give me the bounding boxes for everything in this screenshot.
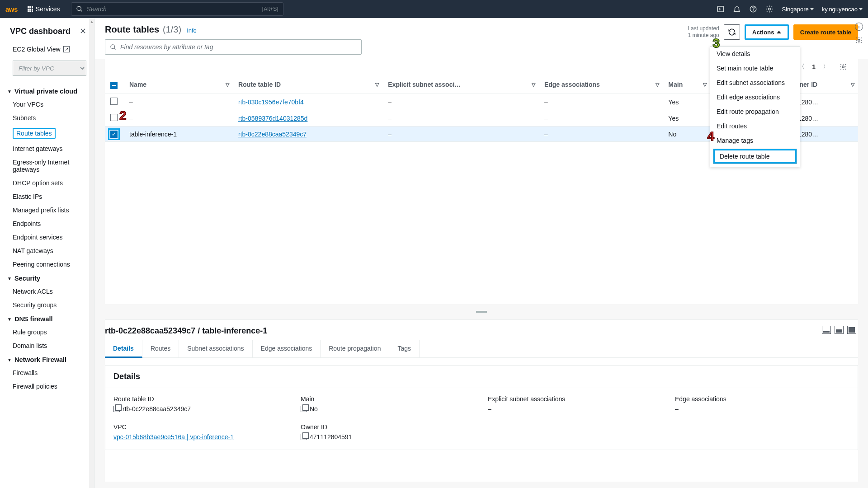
sidebar-title: VPC dashboard: [10, 27, 71, 36]
search-icon: [76, 5, 83, 13]
sidebar-item[interactable]: Endpoints: [0, 217, 94, 230]
help-icon[interactable]: [749, 5, 757, 13]
copy-icon[interactable]: [301, 434, 307, 440]
sidebar-group-header[interactable]: ▼DNS firewall: [0, 312, 94, 325]
menu-item-delete-route-table[interactable]: Delete route table: [713, 149, 797, 164]
gear-icon[interactable]: [765, 5, 774, 13]
annotation-4: 4: [707, 129, 714, 144]
actions-button[interactable]: Actions: [745, 24, 789, 40]
cell-rtb-link[interactable]: rtb-030c1956e7fe70bf4: [238, 99, 304, 106]
cell-rtb-link[interactable]: rtb-0589376d14031285d: [238, 115, 307, 122]
copy-icon[interactable]: [113, 406, 120, 412]
sidebar-item[interactable]: Egress-only Internet gateways: [0, 155, 94, 176]
services-menu[interactable]: Services: [24, 4, 64, 14]
global-search[interactable]: [Alt+S]: [71, 2, 283, 16]
column-header[interactable]: [105, 75, 124, 94]
sidebar-item[interactable]: Endpoint services: [0, 230, 94, 244]
user-menu[interactable]: ky.nguyencao: [822, 6, 863, 13]
tab-subnet-associations[interactable]: Subnet associations: [179, 340, 252, 357]
sidebar-item[interactable]: Network ACLs: [0, 285, 94, 298]
sidebar-item[interactable]: Rule groups: [0, 325, 94, 339]
column-header[interactable]: Explicit subnet associ…▽: [382, 75, 539, 94]
select-all-checkbox[interactable]: [110, 82, 118, 89]
info-icon[interactable]: i: [855, 23, 863, 31]
layout-split-icon[interactable]: [835, 326, 844, 334]
menu-item-set-main-route-table[interactable]: Set main route table: [710, 61, 800, 75]
aws-logo[interactable]: aws: [5, 5, 18, 13]
sidebar-item[interactable]: Subnets: [0, 111, 94, 125]
cell-rtb-link[interactable]: rtb-0c22e88caa52349c7: [238, 131, 307, 138]
sidebar-group-header[interactable]: ▼Network Firewall: [0, 352, 94, 366]
tab-routes[interactable]: Routes: [142, 340, 179, 357]
menu-item-edit-subnet-associations[interactable]: Edit subnet associations: [710, 75, 800, 90]
annotation-2: 2: [119, 108, 127, 123]
sidebar-item[interactable]: Domain lists: [0, 339, 94, 352]
create-route-table-button[interactable]: Create route table: [793, 24, 858, 40]
sidebar-item[interactable]: Managed prefix lists: [0, 203, 94, 217]
sidebar-ec2-global[interactable]: EC2 Global View ↗: [0, 42, 94, 56]
drag-handle-icon[interactable]: [476, 311, 487, 313]
layout-full-icon[interactable]: [847, 326, 856, 334]
field-value-vpc-link[interactable]: vpc-015b68b3ae9ce516a | vpc-inference-1: [113, 433, 234, 441]
menu-item-manage-tags[interactable]: Manage tags: [710, 133, 800, 148]
column-header[interactable]: Edge associations▽: [539, 75, 663, 94]
cloudshell-icon[interactable]: [717, 5, 725, 13]
search-input[interactable]: [87, 5, 259, 13]
sidebar-item[interactable]: Route tables: [0, 125, 94, 142]
row-checkbox[interactable]: [110, 131, 118, 138]
tab-details[interactable]: Details: [105, 340, 142, 358]
sidebar-item[interactable]: Security groups: [0, 298, 94, 312]
tab-edge-associations[interactable]: Edge associations: [253, 340, 321, 357]
field-value-edge: –: [675, 405, 849, 413]
cell-main: No: [663, 127, 710, 142]
menu-item-view-details[interactable]: View details: [710, 47, 800, 61]
copy-icon[interactable]: [301, 406, 307, 412]
filter-by-vpc-select[interactable]: Filter by VPC: [13, 61, 86, 76]
next-page-button[interactable]: 〉: [820, 61, 832, 73]
region-selector[interactable]: Singapore: [782, 6, 813, 13]
page-title: Route tables: [105, 24, 159, 35]
info-link[interactable]: Info: [187, 27, 197, 34]
column-header[interactable]: Name▽: [124, 75, 233, 94]
sidebar-scrollbar[interactable]: ▲: [89, 18, 94, 488]
cell-edge: –: [539, 127, 663, 142]
sidebar-item[interactable]: Peering connections: [0, 258, 94, 271]
row-checkbox[interactable]: [110, 98, 118, 105]
menu-item-edit-route-propagation[interactable]: Edit route propagation: [710, 104, 800, 119]
bell-icon[interactable]: [733, 5, 741, 13]
sidebar-item[interactable]: NAT gateways: [0, 244, 94, 258]
sidebar-item[interactable]: DHCP option sets: [0, 176, 94, 190]
resource-filter[interactable]: [105, 39, 362, 55]
top-navbar: aws Services [Alt+S] Singapore ky.nguyen…: [0, 0, 868, 18]
refresh-button[interactable]: [724, 24, 740, 40]
tab-route-propagation[interactable]: Route propagation: [321, 340, 389, 357]
svg-line-8: [114, 48, 115, 49]
field-value-rtb: rtb-0c22e88caa52349c7: [123, 405, 191, 413]
svg-point-0: [77, 6, 81, 10]
gear-icon[interactable]: [839, 63, 847, 71]
layout-bottom-icon[interactable]: [822, 326, 831, 334]
column-header[interactable]: Route table ID▽: [233, 75, 382, 94]
sidebar-item[interactable]: Internet gateways: [0, 142, 94, 155]
filter-input[interactable]: [120, 43, 357, 51]
main-content: i Route tables (1/3) Info La: [95, 18, 868, 488]
sidebar-item[interactable]: Firewall policies: [0, 380, 94, 393]
cell-name: table-inference-1: [124, 127, 233, 142]
sidebar-group-header[interactable]: ▼Virtual private cloud: [0, 84, 94, 98]
tab-tags[interactable]: Tags: [389, 340, 420, 357]
menu-item-edit-edge-associations[interactable]: Edit edge associations: [710, 90, 800, 104]
cell-main: Yes: [663, 110, 710, 127]
external-link-icon: ↗: [63, 46, 70, 52]
row-checkbox[interactable]: [110, 114, 118, 121]
column-header[interactable]: Main▽: [663, 75, 710, 94]
close-icon[interactable]: ✕: [80, 26, 86, 36]
field-label-owner: Owner ID: [301, 423, 475, 431]
sidebar-item[interactable]: Your VPCs: [0, 98, 94, 111]
refresh-icon: [728, 28, 736, 36]
sidebar-item[interactable]: Elastic IPs: [0, 190, 94, 203]
gear-icon[interactable]: [855, 36, 863, 44]
sidebar-item[interactable]: Firewalls: [0, 366, 94, 380]
menu-item-edit-routes[interactable]: Edit routes: [710, 119, 800, 133]
cell-edge: –: [539, 94, 663, 110]
sidebar-group-header[interactable]: ▼Security: [0, 271, 94, 285]
